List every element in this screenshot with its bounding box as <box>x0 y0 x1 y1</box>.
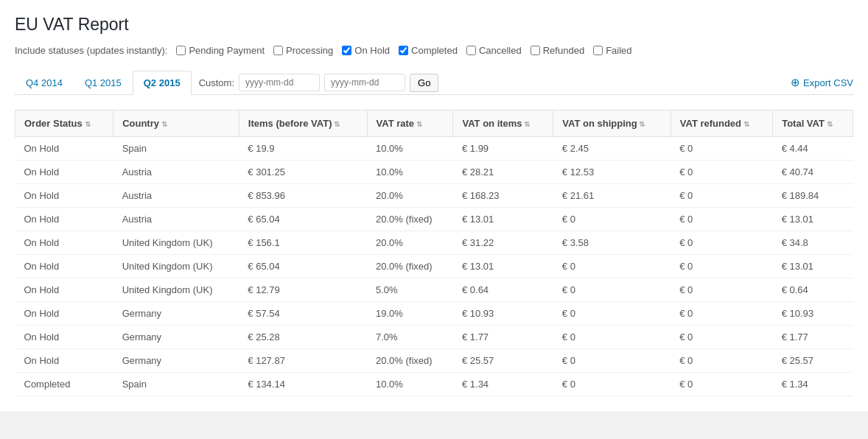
cell-country: Spain <box>113 137 239 161</box>
cell-total-vat: € 34.8 <box>773 231 853 255</box>
checkbox-completed[interactable] <box>399 46 408 55</box>
table-row: On HoldSpain€ 19.910.0%€ 1.99€ 2.45€ 0€ … <box>15 137 853 161</box>
cell-vat-shipping: € 0 <box>553 208 671 231</box>
custom-date-section: Custom: Go <box>199 74 439 92</box>
cell-country: Spain <box>113 373 239 396</box>
col-country[interactable]: Country <box>113 110 239 137</box>
cell-total-vat: € 4.44 <box>773 137 853 161</box>
table-row: On HoldUnited Kingdom (UK)€ 12.795.0%€ 0… <box>15 278 853 302</box>
cell-total-vat: € 1.34 <box>773 373 853 396</box>
cell-vat-shipping: € 3.58 <box>553 231 671 255</box>
export-csv-button[interactable]: ⊕ Export CSV <box>791 76 853 89</box>
cell-items: € 25.28 <box>239 326 367 349</box>
cell-status: On Hold <box>15 208 113 231</box>
go-button[interactable]: Go <box>410 74 438 92</box>
table-row: On HoldGermany€ 25.287.0%€ 1.77€ 0€ 0€ 1… <box>15 326 853 349</box>
cell-vat-shipping: € 0 <box>553 255 671 278</box>
status-completed[interactable]: Completed <box>399 45 458 56</box>
cell-vat-rate: 20.0% <box>367 231 453 255</box>
table-row: On HoldAustria€ 853.9620.0%€ 168.23€ 21.… <box>15 184 853 208</box>
checkbox-pending-payment[interactable] <box>176 46 186 55</box>
cell-vat-rate: 10.0% <box>367 137 453 161</box>
col-total-vat[interactable]: Total VAT <box>773 110 853 137</box>
cell-vat-rate: 20.0% <box>367 184 453 208</box>
cell-items: € 134.14 <box>239 373 367 396</box>
cell-country: Austria <box>113 161 239 184</box>
tab-q4-2014[interactable]: Q4 2014 <box>15 71 74 95</box>
cell-items: € 65.04 <box>239 208 367 231</box>
cell-vat-refunded: € 0 <box>671 137 772 161</box>
col-vat-refunded[interactable]: VAT refunded <box>671 110 772 137</box>
cell-country: United Kingdom (UK) <box>113 278 239 302</box>
cell-status: Completed <box>15 373 113 396</box>
cell-vat-refunded: € 0 <box>671 184 772 208</box>
checkbox-processing[interactable] <box>273 46 283 55</box>
checkbox-refunded[interactable] <box>531 46 540 55</box>
cell-status: On Hold <box>15 278 113 302</box>
cell-vat-rate: 20.0% (fixed) <box>367 349 453 373</box>
cell-total-vat: € 40.74 <box>773 161 853 184</box>
checkbox-cancelled[interactable] <box>466 46 476 55</box>
cell-items: € 853.96 <box>239 184 367 208</box>
cell-total-vat: € 13.01 <box>773 208 853 231</box>
status-on-hold[interactable]: On Hold <box>342 45 390 56</box>
tab-q1-2015[interactable]: Q1 2015 <box>74 71 133 95</box>
status-failed[interactable]: Failed <box>593 45 631 56</box>
cell-status: On Hold <box>15 302 113 326</box>
cell-vat-items: € 10.93 <box>453 302 553 326</box>
cell-vat-shipping: € 21.61 <box>553 184 671 208</box>
status-refunded[interactable]: Refunded <box>531 45 584 56</box>
cell-vat-items: € 28.21 <box>453 161 553 184</box>
cell-vat-rate: 20.0% (fixed) <box>367 255 453 278</box>
col-vat-on-shipping[interactable]: VAT on shipping <box>553 110 671 137</box>
cell-vat-refunded: € 0 <box>671 349 772 373</box>
cell-vat-shipping: € 0 <box>553 302 671 326</box>
status-processing[interactable]: Processing <box>273 45 333 56</box>
col-vat-on-items[interactable]: VAT on items <box>453 110 553 137</box>
cell-vat-rate: 10.0% <box>367 161 453 184</box>
table-header-row: Order Status Country Items (before VAT) … <box>15 110 853 137</box>
cell-country: Germany <box>113 349 239 373</box>
cell-vat-shipping: € 12.53 <box>553 161 671 184</box>
table-row: On HoldAustria€ 65.0420.0% (fixed)€ 13.0… <box>15 208 853 231</box>
col-vat-rate[interactable]: VAT rate <box>367 110 453 137</box>
custom-date-start[interactable] <box>239 74 320 91</box>
table-row: On HoldUnited Kingdom (UK)€ 65.0420.0% (… <box>15 255 853 278</box>
cell-status: On Hold <box>15 255 113 278</box>
statuses-bar: Include statuses (updates instantly): Pe… <box>15 45 853 56</box>
cell-vat-refunded: € 0 <box>671 373 772 396</box>
cell-vat-shipping: € 0 <box>553 278 671 302</box>
col-order-status[interactable]: Order Status <box>15 110 113 137</box>
vat-table: Order Status Country Items (before VAT) … <box>15 110 853 396</box>
cell-total-vat: € 10.93 <box>773 302 853 326</box>
cell-status: On Hold <box>15 161 113 184</box>
cell-country: United Kingdom (UK) <box>113 231 239 255</box>
status-cancelled[interactable]: Cancelled <box>466 45 522 56</box>
custom-date-end[interactable] <box>324 74 405 91</box>
cell-vat-refunded: € 0 <box>671 278 772 302</box>
status-pending-payment[interactable]: Pending Payment <box>176 45 265 56</box>
tab-q2-2015[interactable]: Q2 2015 <box>133 71 192 95</box>
cell-status: On Hold <box>15 184 113 208</box>
cell-vat-refunded: € 0 <box>671 302 772 326</box>
cell-items: € 65.04 <box>239 255 367 278</box>
cell-country: Germany <box>113 302 239 326</box>
statuses-label: Include statuses (updates instantly): <box>15 45 167 56</box>
checkbox-failed[interactable] <box>593 46 603 55</box>
checkbox-on-hold[interactable] <box>342 46 351 55</box>
cell-vat-items: € 25.57 <box>453 349 553 373</box>
cell-items: € 57.54 <box>239 302 367 326</box>
cell-vat-rate: 20.0% (fixed) <box>367 208 453 231</box>
cell-vat-shipping: € 2.45 <box>553 137 671 161</box>
cell-vat-rate: 5.0% <box>367 278 453 302</box>
page-title: EU VAT Report <box>15 15 853 35</box>
cell-vat-rate: 7.0% <box>367 326 453 349</box>
cell-country: Austria <box>113 208 239 231</box>
col-items-before-vat[interactable]: Items (before VAT) <box>239 110 367 137</box>
cell-status: On Hold <box>15 137 113 161</box>
export-csv-icon: ⊕ <box>791 76 800 89</box>
cell-vat-refunded: € 0 <box>671 255 772 278</box>
cell-items: € 301.25 <box>239 161 367 184</box>
cell-items: € 127.87 <box>239 349 367 373</box>
cell-items: € 156.1 <box>239 231 367 255</box>
